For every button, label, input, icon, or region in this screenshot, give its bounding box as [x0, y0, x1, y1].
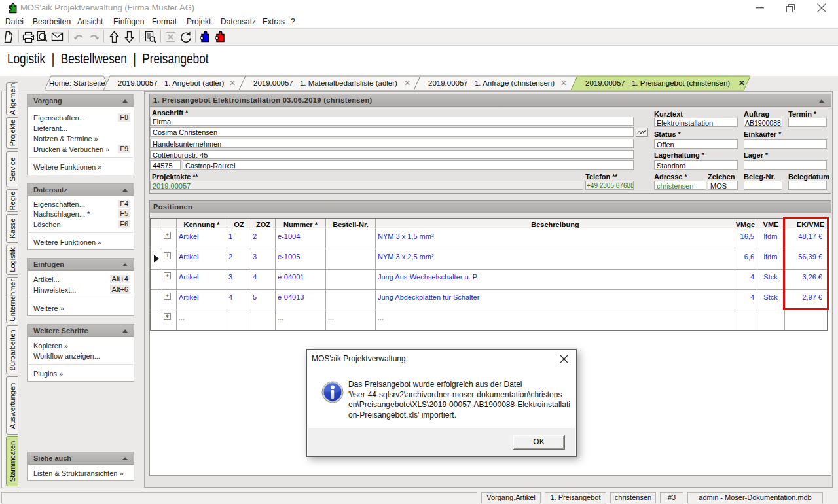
- svg-text:2019.00057 - 1. Preisangebot (: 2019.00057 - 1. Preisangebot (christense…: [585, 79, 730, 87]
- svg-text:✕: ✕: [404, 79, 410, 88]
- svg-text:Home: Startseite: Home: Startseite: [49, 79, 105, 87]
- svg-text:✕: ✕: [229, 79, 236, 88]
- svg-text:2019.00057 - 1. Anfrage (chris: 2019.00057 - 1. Anfrage (christensen): [428, 79, 555, 87]
- svg-text:✕: ✕: [738, 79, 745, 88]
- svg-text:2019.00057 - 1. Angebot (adler: 2019.00057 - 1. Angebot (adler): [118, 79, 225, 87]
- svg-text:2019.00057 - 1. Materialbedarf: 2019.00057 - 1. Materialbedarfsliste (ad…: [253, 79, 397, 87]
- svg-text:✕: ✕: [560, 79, 567, 88]
